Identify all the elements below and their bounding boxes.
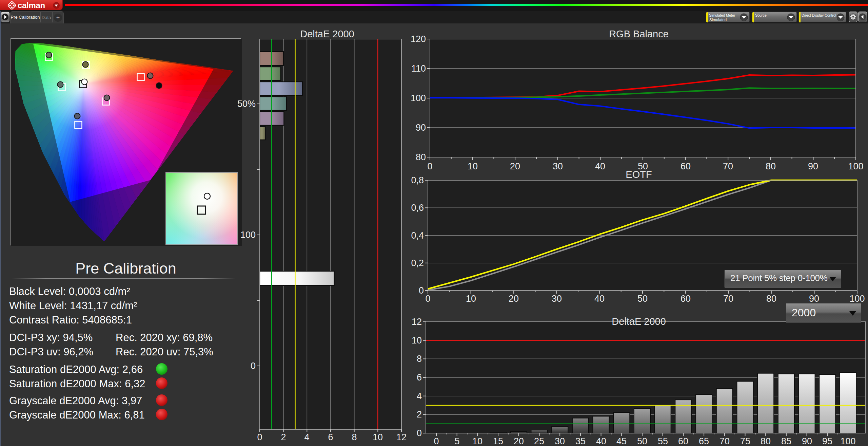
- svg-text:calman: calman: [18, 1, 45, 10]
- svg-text:+: +: [56, 14, 60, 21]
